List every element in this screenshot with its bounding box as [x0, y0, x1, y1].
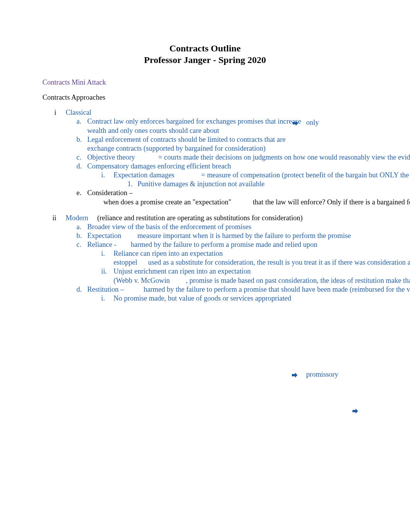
outline-section: iiModern (reliance and restitution are o…	[42, 214, 368, 303]
number-body: Punitive damages & injunction not availa…	[137, 180, 410, 189]
roman-list: i.Expectation damages = measure of compe…	[87, 171, 410, 189]
roman-marker: i.	[101, 171, 114, 180]
roman-item: i.No promise made, but value of goods or…	[101, 294, 410, 303]
text-span: Contract law only enforces bargained for…	[87, 117, 236, 125]
roman-marker: ii.	[101, 267, 114, 276]
letter-item: b.Legal enforcement of contracts should …	[66, 135, 305, 153]
text-span: Unjust enrichment can ripen into an expe…	[114, 267, 251, 275]
doc-subtitle: Professor Janger - Spring 2020	[42, 54, 368, 66]
letter-marker: e.	[76, 189, 87, 197]
letter-marker: d.	[76, 162, 87, 171]
letter-body: Broader view of the basis of the enforce…	[87, 223, 305, 231]
roman-body: Unjust enrichment can ripen into an expe…	[114, 267, 410, 285]
outline-list: iClassicala.Contract law only enforces b…	[42, 108, 368, 303]
arrow-icon: 🠲	[292, 119, 298, 127]
text-span: Punitive damages & injunction not availa…	[137, 180, 264, 188]
arrow-icon: 🠲	[352, 407, 358, 415]
overflow-text-only: only	[306, 118, 319, 127]
letter-marker: b.	[76, 231, 87, 240]
text-span: Objective theory = courts made their dec…	[87, 153, 410, 161]
letter-marker: d.	[76, 285, 87, 294]
text-span: Reliance can ripen into an expectation	[114, 250, 223, 257]
letter-body: Restitution – harmed by the failure to p…	[87, 285, 410, 303]
letter-body: Reliance - harmed by the failure to perf…	[87, 240, 410, 285]
letter-item: a.Contract law only enforces bargained f…	[66, 117, 305, 135]
letter-body: Contract law only enforces bargained for…	[87, 117, 305, 135]
text-span: No promise made, but value of goods or s…	[114, 294, 291, 302]
text-span: Consideration –	[87, 189, 133, 197]
text-span: Compensatory damages enforcing efficient…	[87, 162, 231, 170]
letter-item: e.Consideration – when does a promise cr…	[66, 189, 305, 206]
section-marker: i	[42, 108, 66, 117]
letter-marker: a.	[76, 117, 87, 126]
letter-marker: b.	[76, 135, 87, 144]
letter-marker: a.	[76, 223, 87, 231]
roman-body: No promise made, but value of goods or s…	[114, 294, 410, 303]
number-list: 1.Punitive damages & injunction not avai…	[114, 180, 410, 189]
roman-item: i.Reliance can ripen into an expectation…	[101, 249, 410, 267]
mini-attack-heading: Contracts Mini Attack	[42, 78, 368, 87]
overflow-text-promissory: promissory	[306, 370, 338, 379]
text-span: when does a promise create an "expectati…	[87, 198, 410, 206]
letter-list: a.Broader view of the basis of the enfor…	[66, 223, 305, 303]
letter-marker: c.	[76, 153, 87, 162]
roman-list: i.No promise made, but value of goods or…	[87, 294, 410, 303]
text-span: estoppel used as a substitute for consid…	[114, 258, 410, 266]
letter-marker: c.	[76, 240, 87, 249]
arrow-icon: 🠲	[291, 371, 298, 379]
letter-body: Objective theory = courts made their dec…	[87, 153, 410, 162]
letter-body: Compensatory damages enforcing efficient…	[87, 162, 410, 189]
letter-list: a.Contract law only enforces bargained f…	[66, 117, 305, 206]
text-span: Broader view of the basis of the enforce…	[87, 223, 251, 231]
text-span: Expectation measure important when it is…	[87, 232, 351, 240]
section-heading: Classical	[66, 108, 305, 117]
letter-item: a.Broader view of the basis of the enfor…	[66, 223, 305, 231]
letter-item: d.Compensatory damages enforcing efficie…	[66, 162, 305, 189]
roman-marker: i.	[101, 249, 114, 258]
letter-item: c.Reliance - harmed by the failure to pe…	[66, 240, 305, 285]
doc-title: Contracts Outline	[42, 42, 368, 54]
roman-marker: i.	[101, 294, 114, 303]
letter-item: c.Objective theory = courts made their d…	[66, 153, 305, 162]
roman-body: Reliance can ripen into an expectation e…	[114, 249, 410, 267]
roman-item: ii.Unjust enrichment can ripen into an e…	[101, 267, 410, 285]
section-marker: ii	[42, 214, 66, 223]
letter-body: Legal enforcement of contracts should be…	[87, 135, 305, 153]
text-span: Legal enforcement of contracts should be…	[87, 136, 286, 152]
number-item: 1.Punitive damages & injunction not avai…	[127, 180, 410, 189]
number-marker: 1.	[127, 180, 137, 189]
roman-body: Expectation damages = measure of compens…	[114, 171, 410, 189]
text-span: (Webb v. McGowin , promise is made based…	[114, 277, 410, 284]
roman-list: i.Reliance can ripen into an expectation…	[87, 249, 410, 285]
approaches-heading: Contracts Approaches	[42, 93, 368, 102]
letter-item: b.Expectation measure important when it …	[66, 231, 305, 240]
text-span: Reliance - harmed by the failure to perf…	[87, 241, 317, 248]
text-span: Expectation damages = measure of compens…	[114, 171, 410, 179]
roman-item: i.Expectation damages = measure of compe…	[101, 171, 410, 189]
section-body: Modern (reliance and restitution are ope…	[66, 214, 305, 303]
letter-item: d.Restitution – harmed by the failure to…	[66, 285, 305, 303]
section-body: Classicala.Contract law only enforces ba…	[66, 108, 305, 206]
section-heading: Modern (reliance and restitution are ope…	[66, 214, 305, 223]
letter-body: Expectation measure important when it is…	[87, 231, 351, 240]
letter-body: Consideration – when does a promise crea…	[87, 189, 410, 206]
text-span: Restitution – harmed by the failure to p…	[87, 286, 410, 293]
